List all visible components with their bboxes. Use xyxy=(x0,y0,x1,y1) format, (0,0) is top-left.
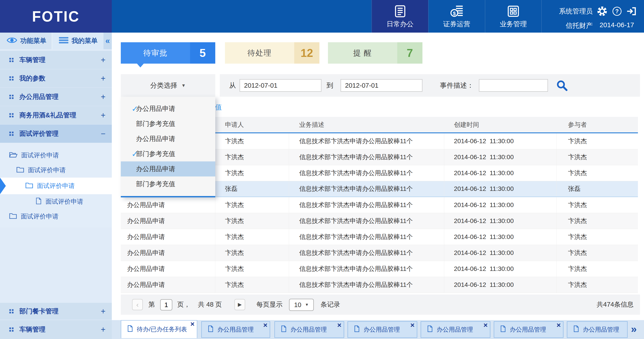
folder-open-icon xyxy=(9,151,18,160)
nav-tab-business-mgmt[interactable]: 业务管理 xyxy=(485,0,542,32)
file-icon xyxy=(354,325,360,334)
expand-toggle[interactable]: + xyxy=(101,111,106,120)
event-desc-input[interactable] xyxy=(479,79,548,92)
close-icon[interactable]: × xyxy=(263,321,268,329)
expand-toggle[interactable]: − xyxy=(101,129,106,138)
category-select-trigger[interactable]: 分类选择 ▼ xyxy=(121,74,215,97)
sidebar-item-wine-gift-mgmt[interactable]: 商务用酒&礼品管理+ xyxy=(0,106,112,124)
tree-item-5[interactable]: 面试评价申请 xyxy=(0,209,112,224)
date-to-input[interactable] xyxy=(340,79,422,92)
close-icon[interactable]: × xyxy=(484,321,488,329)
summary-tab-to-handle[interactable]: 待处理12 xyxy=(225,42,320,64)
tree-item-label: 面试评价申请 xyxy=(21,212,58,221)
more-tabs-button[interactable]: » xyxy=(631,323,637,335)
table-row[interactable]: 办公用品申请卞洪杰信息技术部卞洪杰申请办公用品胶棒11个2014-06-12 1… xyxy=(121,277,638,293)
user-name: 系统管理员 xyxy=(559,7,593,16)
sidebar-item-vehicle-mgmt-2[interactable]: 车辆管理+ xyxy=(0,320,112,339)
tree-item-1[interactable]: 面试评价申请 xyxy=(0,148,112,163)
bottom-tab-1[interactable]: 待办/已办任务列表× xyxy=(121,320,197,338)
cell-col-applicant: 卞洪杰 xyxy=(215,245,289,261)
next-page-button[interactable]: ▶ xyxy=(234,299,245,310)
dropdown-item-5[interactable]: 办公用品申请 xyxy=(121,161,215,176)
cell-col-participant: 卞洪杰 xyxy=(557,165,638,181)
cell-col-description: 信息技术部卞洪杰申请办公用品胶棒11个 xyxy=(289,277,444,293)
close-icon[interactable]: × xyxy=(556,321,561,329)
summary-tab-to-approve[interactable]: 待审批5 xyxy=(121,42,215,64)
bottom-tab-7[interactable]: 办公用品管理 xyxy=(567,321,628,338)
cell-col-applicant: 卞洪杰 xyxy=(215,133,289,149)
bottom-tab-4[interactable]: 办公用品管理× xyxy=(348,321,417,338)
cell-col-applicant: 张磊 xyxy=(215,181,289,196)
dropdown-item-4[interactable]: ✓部门参考充值 xyxy=(121,146,215,161)
prev-page-button[interactable]: ‹ xyxy=(132,299,143,310)
cell-col-created: 2014-06-12 11:30:00 xyxy=(444,133,557,149)
table-row[interactable]: 办公用品申请卞洪杰信息技术部卞洪杰申请办公用品胶棒11个2014-06-12 1… xyxy=(121,197,638,213)
table-row[interactable]: 办公用品申请卞洪杰信息技术部卞洪杰申请办公用品胶棒11个2014-06-12 1… xyxy=(121,213,638,229)
sidebar-collapse-button[interactable]: « xyxy=(104,32,112,49)
help-icon[interactable]: ? xyxy=(612,6,622,17)
sidebar-menu: 车辆管理+我的参数+办公用品管理+商务用酒&礼品管理+面试评价管理− xyxy=(0,51,112,143)
dropdown-item-2[interactable]: 部门参考充值 xyxy=(121,116,215,131)
main-content: 待审批5待处理12提 醒7 分类选择 ▼ 从 到 事件描述： 值 申请人业务描述… xyxy=(112,32,644,339)
dropdown-item-6[interactable]: 部门参考充值 xyxy=(121,176,215,192)
expand-toggle[interactable]: + xyxy=(101,92,106,102)
tree-item-2[interactable]: 面试评价申请 xyxy=(0,163,112,178)
search-icon[interactable] xyxy=(556,80,568,91)
sidebar-item-interview-eval-mgmt[interactable]: 面试评价管理− xyxy=(0,125,112,143)
sidebar-item-office-supplies-mgmt[interactable]: 办公用品管理+ xyxy=(0,88,112,106)
dropdown-item-1[interactable]: ✓办公用品申请 xyxy=(121,101,215,116)
sidebar-item-vehicle-mgmt[interactable]: 车辆管理+ xyxy=(0,51,112,69)
cell-col-description: 信息技术部卞洪杰申请办公用品胶棒11个 xyxy=(289,149,444,165)
dropdown-item-label: 部门参考充值 xyxy=(136,149,175,158)
logo: FOTIC xyxy=(0,0,112,32)
expand-toggle[interactable]: + xyxy=(101,307,106,316)
bottom-tab-6[interactable]: 办公用品管理× xyxy=(494,321,564,338)
page-suffix-label: 页， xyxy=(177,295,190,315)
summary-tab-reminder[interactable]: 提 醒7 xyxy=(328,42,422,64)
dropdown-item-label: 办公用品申请 xyxy=(136,165,175,174)
sidebar-tab-label: 我的菜单 xyxy=(72,36,98,45)
expand-toggle[interactable]: + xyxy=(101,55,106,65)
dropdown-item-3[interactable]: 办公用品申请 xyxy=(121,131,215,146)
date-from-input[interactable] xyxy=(240,79,322,92)
bottom-tab-5[interactable]: 办公用品管理× xyxy=(421,321,490,338)
tree-item-3[interactable]: 面试评价申请 xyxy=(0,178,112,194)
bottom-tab-3[interactable]: 办公用品管理× xyxy=(274,321,344,338)
sidebar-tabstrip: 功能菜单 我的菜单 « xyxy=(0,32,112,49)
bottom-tab-label: 办公用品管理 xyxy=(364,326,400,334)
close-icon[interactable]: × xyxy=(190,320,194,328)
summary-tab-label: 提 醒 xyxy=(328,42,397,64)
cell-col-description: 信息技术部卞洪杰申请办公用品胶棒11个 xyxy=(289,245,444,261)
header: FOTIC 日常办公$证券运营业务管理 系统管理员 ? 信托财产 2014-06… xyxy=(0,0,644,32)
close-icon[interactable]: × xyxy=(410,321,414,329)
sidebar-item-dept-meal-card-mgmt[interactable]: 部门餐卡管理+ xyxy=(0,303,112,320)
file-icon xyxy=(208,325,214,334)
page-number-input[interactable] xyxy=(160,299,172,311)
cell-col-participant: 卞洪杰 xyxy=(557,133,638,149)
expand-toggle[interactable]: + xyxy=(101,74,106,83)
table-row[interactable]: 办公用品申请卞洪杰信息技术部卞洪杰申请办公用品胶棒11个2014-06-12 1… xyxy=(121,229,638,245)
cell-col-participant: 卞洪杰 xyxy=(557,197,638,213)
header-date: 2014-06-17 xyxy=(600,21,634,29)
logout-icon[interactable] xyxy=(626,6,637,17)
sidebar-tab-label: 功能菜单 xyxy=(20,36,46,45)
dropdown-item-label: 部门参考充值 xyxy=(136,180,175,189)
cell-col-description: 信息技术部卞洪杰申请办公用品胶棒11个 xyxy=(289,213,444,229)
sidebar-item-my-params[interactable]: 我的参数+ xyxy=(0,69,112,87)
close-icon[interactable]: × xyxy=(337,321,342,329)
drag-dots-icon xyxy=(9,131,14,136)
table-row[interactable]: 办公用品申请卞洪杰信息技术部卞洪杰申请办公用品胶棒11个2014-06-12 1… xyxy=(121,245,638,261)
table-row[interactable]: 办公用品申请卞洪杰信息技术部卞洪杰申请办公用品胶棒11个2014-06-12 1… xyxy=(121,261,638,277)
expand-toggle[interactable]: + xyxy=(101,325,106,334)
sidebar-tab-my-menu[interactable]: 我的菜单 xyxy=(52,32,104,49)
dropdown-item-label: 部门参考充值 xyxy=(136,119,175,128)
sidebar-tab-function-menu[interactable]: 功能菜单 xyxy=(0,32,52,49)
summary-tab-label: 待处理 xyxy=(225,42,294,64)
bottom-tab-2[interactable]: 办公用品管理× xyxy=(201,321,270,338)
nav-tab-daily-office[interactable]: 日常办公 xyxy=(372,0,428,32)
nav-tab-securities-ops[interactable]: $证券运营 xyxy=(428,0,485,32)
tree-item-4[interactable]: 面试评价申请 xyxy=(0,194,112,209)
per-page-select[interactable]: 10 ▼ xyxy=(289,299,314,311)
gear-icon[interactable] xyxy=(597,6,608,17)
cell-col-participant: 卞洪杰 xyxy=(557,213,638,229)
